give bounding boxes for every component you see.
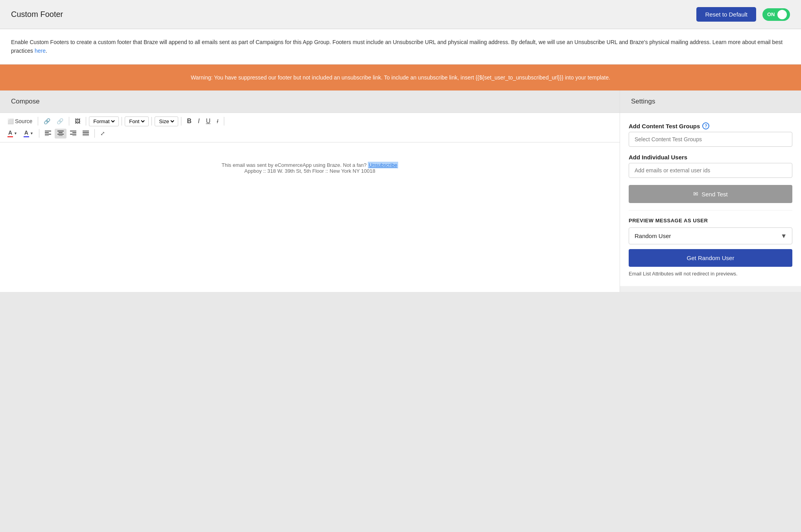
send-test-button[interactable]: ✉ Send Test xyxy=(629,185,792,203)
toolbar-separator-2 xyxy=(69,117,69,126)
image-icon: 🖼 xyxy=(75,118,80,124)
unlink-icon: 🔗 xyxy=(57,118,63,124)
unsubscribe-link[interactable]: Unsubscribe xyxy=(368,162,398,168)
highlight-color-button[interactable]: A ▼ xyxy=(21,128,36,139)
individual-users-label: Add Individual Users xyxy=(629,154,792,161)
highlight-color-icon: A xyxy=(24,129,29,137)
font-color-icon: A xyxy=(7,129,13,137)
font-dropdown[interactable]: Font xyxy=(125,116,149,126)
settings-content: Add Content Test Groups ? Add Individual… xyxy=(620,113,801,286)
align-center-icon xyxy=(57,130,64,137)
strikethrough-button[interactable]: I xyxy=(214,116,221,126)
preview-section: PREVIEW MESSAGE AS USER Random User Spec… xyxy=(629,210,792,277)
size-select[interactable]: Size xyxy=(157,118,175,125)
toolbar-row-2: A ▼ A ▼ xyxy=(5,128,615,139)
email-icon: ✉ xyxy=(693,190,698,198)
bold-button[interactable]: B xyxy=(184,116,194,126)
page-title: Custom Footer xyxy=(11,10,63,19)
strikethrough-icon: I xyxy=(217,118,218,124)
align-right-icon xyxy=(70,130,76,137)
format-dropdown[interactable]: Format xyxy=(89,116,119,126)
individual-users-section: Add Individual Users xyxy=(629,154,792,178)
content-test-groups-label: Add Content Test Groups ? xyxy=(629,122,792,129)
editor-area[interactable]: This email was sent by eCommerceApp usin… xyxy=(0,142,620,292)
link-button[interactable]: 🔗 xyxy=(41,116,53,126)
toggle-label: ON xyxy=(767,11,775,17)
individual-users-input[interactable] xyxy=(629,163,792,178)
align-center-button[interactable] xyxy=(55,129,66,139)
italic-icon: I xyxy=(198,118,199,125)
font-color-button[interactable]: A ▼ xyxy=(5,128,20,139)
description-section: Enable Custom Footers to create a custom… xyxy=(0,29,801,65)
editor-content: This email was sent by eCommerceApp usin… xyxy=(221,162,398,174)
toolbar-separator-7 xyxy=(224,117,224,126)
here-link[interactable]: here xyxy=(35,48,46,54)
toolbar-separator-6 xyxy=(181,117,181,126)
align-left-icon xyxy=(45,130,51,137)
align-left-button[interactable] xyxy=(42,129,54,139)
toolbar-row-1: ⬜ Source 🔗 🔗 🖼 xyxy=(5,116,615,126)
toggle-switch[interactable]: ON xyxy=(762,8,790,21)
help-icon[interactable]: ? xyxy=(702,122,709,129)
get-random-user-button[interactable]: Get Random User xyxy=(629,249,792,267)
warning-text: Warning: You have suppressed our footer … xyxy=(191,74,610,81)
source-button[interactable]: ⬜ Source xyxy=(5,116,35,126)
reset-default-button[interactable]: Reset to Default xyxy=(696,7,756,22)
header: Custom Footer Reset to Default ON xyxy=(0,0,801,29)
preview-label: PREVIEW MESSAGE AS USER xyxy=(629,218,792,224)
editor-toolbar: ⬜ Source 🔗 🔗 🖼 xyxy=(0,113,620,142)
preview-user-select[interactable]: Random User Specific User xyxy=(629,227,792,244)
format-select[interactable]: Format xyxy=(92,118,116,125)
font-select[interactable]: Font xyxy=(127,118,146,125)
settings-panel: Settings Add Content Test Groups ? Add I… xyxy=(620,91,801,292)
size-dropdown[interactable]: Size xyxy=(155,116,178,126)
header-actions: Reset to Default ON xyxy=(696,7,790,22)
justify-icon xyxy=(83,130,89,137)
description-text: Enable Custom Footers to create a custom… xyxy=(11,39,783,54)
content-test-groups-section: Add Content Test Groups ? xyxy=(629,122,792,147)
align-right-button[interactable] xyxy=(67,129,79,139)
warning-banner: Warning: You have suppressed our footer … xyxy=(0,65,801,91)
highlight-arrow: ▼ xyxy=(30,131,33,135)
underline-icon: U xyxy=(206,118,210,125)
italic-button[interactable]: I xyxy=(195,116,202,126)
editor-line2: Appboy :: 318 W. 39th St, 5th Floor :: N… xyxy=(221,168,398,174)
link-icon: 🔗 xyxy=(44,118,50,124)
main-content: Compose ⬜ Source 🔗 🔗 xyxy=(0,91,801,292)
toolbar-separator-8 xyxy=(39,129,39,138)
compose-panel: Compose ⬜ Source 🔗 🔗 xyxy=(0,91,620,292)
unlink-button[interactable]: 🔗 xyxy=(54,116,66,126)
compose-header: Compose xyxy=(0,91,620,113)
bold-icon: B xyxy=(187,118,192,125)
source-label: Source xyxy=(15,118,32,124)
fullscreen-button[interactable]: ⤢ xyxy=(98,129,108,138)
toolbar-separator-4 xyxy=(122,117,122,126)
fullscreen-icon: ⤢ xyxy=(100,130,105,137)
preview-select-wrap: Random User Specific User ▼ xyxy=(629,227,792,244)
toggle-circle xyxy=(777,10,787,19)
toolbar-separator-3 xyxy=(86,117,86,126)
toolbar-separator-5 xyxy=(151,117,152,126)
image-button[interactable]: 🖼 xyxy=(72,116,83,126)
description-suffix: . xyxy=(46,48,47,54)
justify-button[interactable] xyxy=(80,129,92,139)
editor-line1: This email was sent by eCommerceApp usin… xyxy=(221,162,398,168)
underline-button[interactable]: U xyxy=(203,116,213,126)
settings-header: Settings xyxy=(620,91,801,113)
email-note: Email List Attributes will not redirect … xyxy=(629,271,792,277)
content-test-groups-input[interactable] xyxy=(629,132,792,147)
toolbar-separator-9 xyxy=(94,129,95,138)
toolbar-separator-1 xyxy=(38,117,38,126)
source-icon: ⬜ xyxy=(7,118,14,124)
font-color-arrow: ▼ xyxy=(14,131,17,135)
